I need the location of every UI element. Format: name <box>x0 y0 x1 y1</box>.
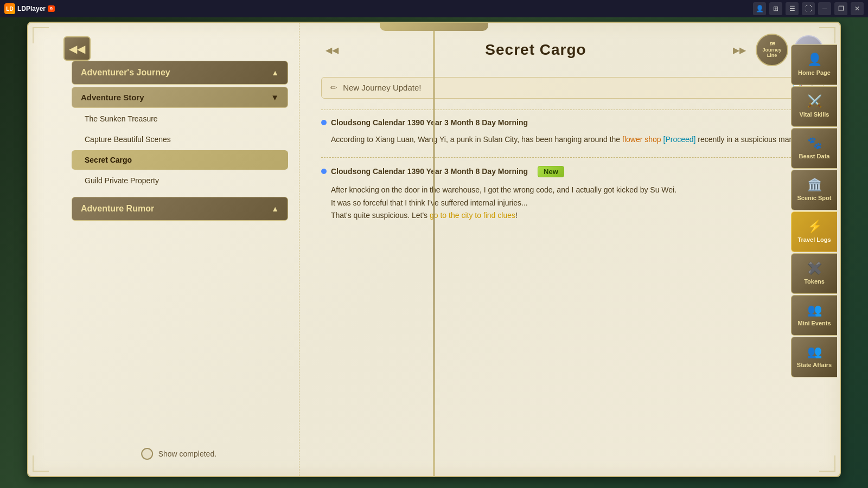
entry-1-flower-shop-link[interactable]: flower shop <box>622 135 661 144</box>
tokens-label: Tokens <box>804 278 825 285</box>
nav-left-arrow[interactable]: ◀◀ <box>321 43 343 57</box>
app-logo: LD LDPlayer 9 <box>4 3 55 14</box>
vital-skills-icon: ⚔️ <box>807 94 822 108</box>
back-icon: ◀◀ <box>69 42 85 55</box>
adventure-story-header[interactable]: Adventure Story ▼ <box>72 87 288 108</box>
sidebar-beast-data[interactable]: 🐾 Beast Data <box>791 128 837 169</box>
show-completed-toggle[interactable]: Show completed. <box>141 448 216 460</box>
taskbar-menu-btn[interactable]: ☰ <box>786 2 799 15</box>
update-banner-left: ✏ New Journey Update! <box>330 83 421 93</box>
state-affairs-icon: 👥 <box>807 345 822 359</box>
adventure-rumor-label: Adventure Rumor <box>81 204 154 214</box>
quest-title: Secret Cargo <box>348 41 723 59</box>
entry-1-date-row: Cloudsong Calendar 1390 Year 3 Month 8 D… <box>321 118 824 127</box>
taskbar-resize-btn[interactable]: ⛶ <box>802 2 815 15</box>
book-top-decoration <box>380 23 488 31</box>
show-completed-label: Show completed. <box>158 450 216 458</box>
sidebar-state-affairs[interactable]: 👥 State Affairs <box>791 337 837 377</box>
taskbar: LD LDPlayer 9 👤 ⊞ ☰ ⛶ ─ ❐ ✕ <box>0 0 868 17</box>
quest-title-area: ◀◀ Secret Cargo ▶▶ 🗺 JourneyLine 📖 Seek … <box>321 34 824 66</box>
home-page-label: Home Page <box>798 69 831 76</box>
logo-icon: LD <box>4 3 15 14</box>
entry-2-line-2: It was so forceful that I think I've suf… <box>331 198 528 207</box>
vital-skills-label: Vital Skills <box>800 111 829 118</box>
right-sidebar: 👤 Home Page ⚔️ Vital Skills 🐾 Beast Data… <box>791 44 840 377</box>
entry-1-bullet <box>321 120 327 125</box>
entry-2-text: After knocking on the door in the wareho… <box>321 184 824 222</box>
quest-sunken-treasure[interactable]: The Sunken Treasure <box>72 109 288 129</box>
taskbar-close-btn[interactable]: ✕ <box>851 2 864 15</box>
sidebar-travel-logs[interactable]: ⚡ Travel Logs <box>791 211 837 252</box>
sidebar-vital-skills[interactable]: ⚔️ Vital Skills <box>791 86 837 127</box>
taskbar-restore-btn[interactable]: ❐ <box>834 2 847 15</box>
journal-entry-1: Cloudsong Calendar 1390 Year 3 Month 8 D… <box>321 118 824 146</box>
update-banner-text: New Journey Update! <box>343 83 421 92</box>
beast-data-icon: 🐾 <box>807 136 822 150</box>
entry-2-line-3-prefix: That's quite suspicious. Let's <box>331 211 430 220</box>
home-page-icon: 👤 <box>807 53 822 67</box>
mini-events-label: Mini Events <box>797 319 831 327</box>
entry-2-bullet <box>321 169 327 174</box>
journey-line-label: JourneyLine <box>762 47 781 59</box>
adventure-story-chevron: ▼ <box>271 93 279 102</box>
quest-guild-private-property[interactable]: Guild Private Property <box>72 171 288 190</box>
app-name: LDPlayer <box>17 5 46 12</box>
entry-2-date-row: Cloudsong Calendar 1390 Year 3 Month 8 D… <box>321 166 824 177</box>
divider-2 <box>321 157 824 158</box>
nav-right-arrow[interactable]: ▶▶ <box>729 43 750 57</box>
update-icon: ✏ <box>330 83 337 92</box>
version-badge: 9 <box>48 5 55 12</box>
scenic-spot-label: Scenic Spot <box>797 194 832 202</box>
adventure-rumor-header[interactable]: Adventure Rumor ▲ <box>72 197 288 221</box>
right-panel: ◀◀ Secret Cargo ▶▶ 🗺 JourneyLine 📖 Seek … <box>299 23 840 476</box>
entry-1-text: According to Xiang Luan, Wang Yi, a punk… <box>321 133 824 146</box>
entry-1-proceed-link[interactable]: [Proceed] <box>663 135 696 144</box>
taskbar-person-btn[interactable]: 👤 <box>753 2 766 15</box>
entry-1-part-2: recently in a suspicious manner. <box>695 135 806 144</box>
quest-secret-cargo[interactable]: Secret Cargo <box>72 150 288 170</box>
journey-line-button[interactable]: 🗺 JourneyLine <box>756 34 788 66</box>
book-container: ◀◀ Adventurer's Journey ▲ Adventure Stor… <box>27 22 841 477</box>
toggle-circle-icon <box>141 448 153 460</box>
beast-data-label: Beast Data <box>799 152 830 160</box>
sidebar-mini-events[interactable]: 👥 Mini Events <box>791 295 837 336</box>
taskbar-controls: 👤 ⊞ ☰ ⛶ ─ ❐ ✕ <box>753 2 864 15</box>
entry-2-date: Cloudsong Calendar 1390 Year 3 Month 8 D… <box>331 167 528 176</box>
taskbar-minimize-btn[interactable]: ─ <box>818 2 831 15</box>
sidebar-home-page[interactable]: 👤 Home Page <box>791 44 837 85</box>
entry-1-date: Cloudsong Calendar 1390 Year 3 Month 8 D… <box>331 118 528 127</box>
entry-2-exclaim: ! <box>515 211 518 220</box>
entry-2-clues-link[interactable]: go to the city to find clues <box>430 211 515 220</box>
travel-logs-label: Travel Logs <box>797 236 831 243</box>
adventure-story-label: Adventure Story <box>81 93 144 102</box>
divider-1 <box>321 110 824 110</box>
left-panel: Adventurer's Journey ▲ Adventure Story ▼… <box>28 23 299 476</box>
state-affairs-label: State Affairs <box>797 361 832 369</box>
quest-capture-beautiful-scenes[interactable]: Capture Beautiful Scenes <box>72 130 288 149</box>
adventurers-journey-label: Adventurer's Journey <box>81 68 170 78</box>
mini-events-icon: 👥 <box>807 303 822 317</box>
scenic-spot-icon: 🏛️ <box>807 178 822 192</box>
adventurers-journey-header[interactable]: Adventurer's Journey ▲ <box>72 61 288 85</box>
sidebar-scenic-spot[interactable]: 🏛️ Scenic Spot <box>791 170 837 210</box>
new-badge: New <box>538 166 564 177</box>
tokens-icon: ✖️ <box>807 261 822 275</box>
back-button[interactable]: ◀◀ <box>61 34 93 63</box>
book-spine <box>433 23 435 476</box>
entry-1-part-1: According to Xiang Luan, Wang Yi, a punk… <box>331 135 622 144</box>
adventurers-journey-chevron: ▲ <box>271 68 279 77</box>
journey-line-icon: 🗺 <box>770 41 775 47</box>
sidebar-tokens[interactable]: ✖️ Tokens <box>791 253 837 294</box>
back-button-shape: ◀◀ <box>63 36 91 61</box>
travel-logs-icon: ⚡ <box>807 220 822 234</box>
taskbar-grid-btn[interactable]: ⊞ <box>769 2 782 15</box>
adventure-rumor-chevron: ▲ <box>271 204 279 213</box>
update-banner: ✏ New Journey Update! 📝 x1 <box>321 77 824 99</box>
journal-entry-2: Cloudsong Calendar 1390 Year 3 Month 8 D… <box>321 166 824 222</box>
entry-2-line-1: After knocking on the door in the wareho… <box>331 185 676 194</box>
